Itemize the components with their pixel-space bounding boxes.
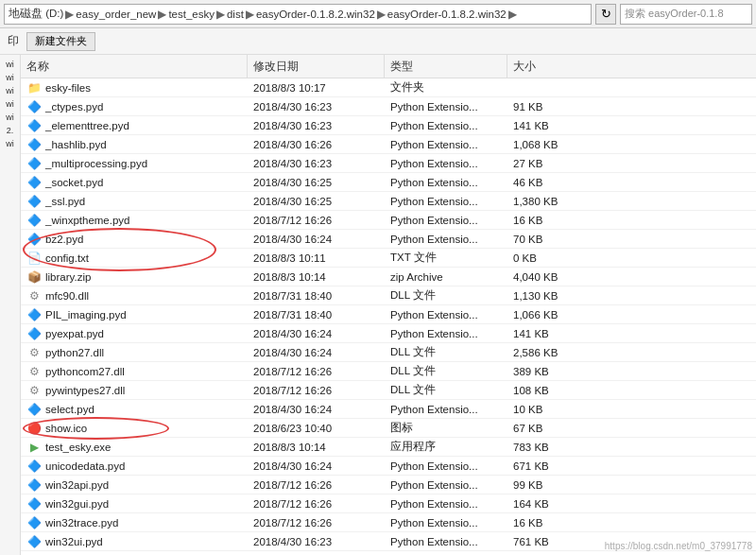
pyd-icon: 🔷 bbox=[26, 496, 42, 512]
file-type-cell: Python Extensio... bbox=[385, 192, 507, 211]
table-row[interactable]: 🔷_socket.pyd2018/4/30 16:25Python Extens… bbox=[21, 173, 756, 192]
table-row[interactable]: 🔷_multiprocessing.pyd2018/4/30 16:23Pyth… bbox=[21, 154, 756, 173]
file-date-cell: 2018/7/12 16:26 bbox=[248, 381, 385, 400]
file-type-cell: Python Extensio... bbox=[385, 513, 507, 532]
file-date-cell: 2018/4/30 16:24 bbox=[248, 343, 385, 362]
sidebar-item-3[interactable]: wi bbox=[0, 85, 20, 96]
table-row[interactable]: 🔷win32api.pyd2018/7/12 16:26Python Exten… bbox=[21, 476, 756, 494]
table-row[interactable]: 📁esky-files2018/8/3 10:17文件夹 bbox=[21, 78, 756, 97]
file-name-cell: 🔷PIL_imaging.pyd bbox=[21, 305, 248, 324]
table-row[interactable]: 🔷_hashlib.pyd2018/4/30 16:26Python Exten… bbox=[21, 135, 756, 154]
watermark: https://blog.csdn.net/m0_37991778 bbox=[605, 541, 752, 551]
file-name-cell: ⚙pywintypes27.dll bbox=[21, 381, 248, 400]
table-row[interactable]: 🔷win32gui.pyd2018/7/12 16:26Python Exten… bbox=[21, 494, 756, 513]
refresh-button[interactable]: ↻ bbox=[595, 4, 616, 25]
file-date-cell: 2018/7/31 18:40 bbox=[248, 286, 385, 305]
file-size-cell: 1,068 KB bbox=[507, 135, 593, 154]
sidebar-item-4[interactable]: wi bbox=[0, 98, 20, 110]
file-size-cell: 16 KB bbox=[507, 513, 593, 532]
sidebar-item-1[interactable]: wi bbox=[0, 59, 20, 70]
file-date-cell: 2018/4/30 16:23 bbox=[248, 154, 385, 173]
file-date-cell: 2018/7/31 18:40 bbox=[248, 305, 385, 324]
table-row[interactable]: 🔷_ssl.pyd2018/4/30 16:25Python Extensio.… bbox=[21, 192, 756, 211]
file-name-cell: 🔷_elementtree.pyd bbox=[21, 116, 248, 135]
file-name-cell: 🔷_socket.pyd bbox=[21, 173, 248, 192]
file-type-cell: Python Extensio... bbox=[385, 532, 507, 551]
col-header-name[interactable]: 名称 bbox=[21, 55, 248, 78]
file-type-cell: 文件夹 bbox=[385, 78, 507, 97]
ico-icon: 🔴 bbox=[26, 421, 42, 436]
file-date-cell: 2018/8/3 10:11 bbox=[248, 249, 385, 268]
table-row[interactable]: 🔷_winxptheme.pyd2018/7/12 16:26Python Ex… bbox=[21, 211, 756, 230]
main-layout: wi wi wi wi wi 2. wi 名称 修改日期 类型 大小 📁esky… bbox=[0, 55, 756, 555]
new-folder-button[interactable]: 新建文件夹 bbox=[26, 32, 95, 51]
col-header-date[interactable]: 修改日期 bbox=[248, 55, 385, 78]
print-button[interactable]: 印 bbox=[8, 34, 19, 48]
file-type-cell: Python Extensio... bbox=[385, 135, 507, 154]
pyd-icon: 🔷 bbox=[26, 99, 42, 114]
file-name-cell: 🔷_hashlib.pyd bbox=[21, 135, 248, 154]
table-row[interactable]: 🔷select.pyd2018/4/30 16:24Python Extensi… bbox=[21, 400, 756, 419]
file-list-container[interactable]: 名称 修改日期 类型 大小 📁esky-files2018/8/3 10:17文… bbox=[21, 55, 756, 555]
file-name-cell: 🔴show.ico bbox=[21, 419, 248, 438]
file-name-cell: ⚙mfc90.dll bbox=[21, 286, 248, 305]
table-row[interactable]: ⚙pywintypes27.dll2018/7/12 16:26DLL 文件10… bbox=[21, 381, 756, 400]
table-row[interactable]: 📄config.txt2018/8/3 10:11TXT 文件0 KB bbox=[21, 249, 756, 268]
file-name-cell: ▶test_esky.exe bbox=[21, 438, 248, 457]
pyd-icon: 🔷 bbox=[26, 175, 42, 190]
table-row[interactable]: 🔷_ctypes.pyd2018/4/30 16:23Python Extens… bbox=[21, 97, 756, 116]
file-size-cell: 2,586 KB bbox=[507, 343, 593, 362]
file-size-cell: 141 KB bbox=[507, 324, 593, 343]
table-row[interactable]: 🔷bz2.pyd2018/4/30 16:24Python Extensio..… bbox=[21, 230, 756, 249]
dll-icon: ⚙ bbox=[26, 383, 42, 398]
table-row[interactable]: 🔴show.ico2018/6/23 10:40图标67 KB bbox=[21, 419, 756, 438]
exe-icon: ▶ bbox=[26, 440, 42, 455]
table-row[interactable]: 📦library.zip2018/8/3 10:14zip Archive4,0… bbox=[21, 268, 756, 286]
file-type-cell: Python Extensio... bbox=[385, 230, 507, 249]
file-size-cell: 761 KB bbox=[507, 532, 593, 551]
table-row[interactable]: 🔷PIL_imaging.pyd2018/7/31 18:40Python Ex… bbox=[21, 305, 756, 324]
sidebar-item-5[interactable]: wi bbox=[0, 112, 20, 123]
file-size-cell: 16 KB bbox=[507, 211, 593, 230]
folder-icon: 📁 bbox=[26, 80, 42, 95]
table-row[interactable]: 🔷_elementtree.pyd2018/4/30 16:23Python E… bbox=[21, 116, 756, 135]
col-header-type[interactable]: 类型 bbox=[385, 55, 507, 78]
path-segment-5: easyOrder-0.1.8.2.win32 bbox=[256, 9, 375, 20]
zip-icon: 📦 bbox=[26, 269, 42, 285]
file-date-cell: 2018/4/30 16:24 bbox=[248, 457, 385, 476]
file-size-cell: 1,130 KB bbox=[507, 286, 593, 305]
table-row[interactable]: 🔷win32trace.pyd2018/7/12 16:26Python Ext… bbox=[21, 513, 756, 532]
file-name-cell: 🔷bz2.pyd bbox=[21, 230, 248, 249]
sidebar-item-7[interactable]: wi bbox=[0, 138, 20, 149]
table-row[interactable]: 🔷pyexpat.pyd2018/4/30 16:24Python Extens… bbox=[21, 324, 756, 343]
table-row[interactable]: ▶test_esky.exe2018/8/3 10:14应用程序783 KB bbox=[21, 438, 756, 457]
file-type-cell: DLL 文件 bbox=[385, 362, 507, 381]
file-date-cell: 2018/8/3 10:14 bbox=[248, 438, 385, 457]
table-row[interactable]: ⚙mfc90.dll2018/7/31 18:40DLL 文件1,130 KB bbox=[21, 286, 756, 305]
sidebar-item-6[interactable]: 2. bbox=[0, 125, 20, 136]
file-type-cell: 应用程序 bbox=[385, 438, 507, 457]
address-path[interactable]: 地磁盘 (D:) ▶ easy_order_new ▶ test_esky ▶ … bbox=[4, 4, 592, 25]
table-row[interactable]: 🔷unicodedata.pyd2018/4/30 16:24Python Ex… bbox=[21, 457, 756, 476]
file-size-cell: 671 KB bbox=[507, 457, 593, 476]
file-date-cell: 2018/4/30 16:23 bbox=[248, 532, 385, 551]
dll-icon: ⚙ bbox=[26, 345, 42, 360]
file-date-cell: 2018/4/30 16:25 bbox=[248, 192, 385, 211]
search-box[interactable]: 搜索 easyOrder-0.1.8 bbox=[620, 4, 752, 25]
file-date-cell: 2018/7/12 16:26 bbox=[248, 362, 385, 381]
file-name-cell: 🔷_multiprocessing.pyd bbox=[21, 154, 248, 173]
file-date-cell: 2018/4/30 16:23 bbox=[248, 97, 385, 116]
file-type-cell: Python Extensio... bbox=[385, 154, 507, 173]
col-header-size[interactable]: 大小 bbox=[507, 55, 593, 78]
file-size-cell: 99 KB bbox=[507, 476, 593, 494]
file-date-cell: 2018/8/3 10:14 bbox=[248, 268, 385, 286]
path-segment-2: easy_order_new bbox=[76, 9, 156, 20]
sidebar-item-2[interactable]: wi bbox=[0, 72, 20, 83]
file-date-cell: 2018/6/23 10:40 bbox=[248, 419, 385, 438]
path-segment-4: dist bbox=[227, 9, 244, 20]
dll-icon: ⚙ bbox=[26, 288, 42, 304]
file-name-cell: 🔷win32gui.pyd bbox=[21, 494, 248, 513]
table-row[interactable]: ⚙python27.dll2018/4/30 16:24DLL 文件2,586 … bbox=[21, 343, 756, 362]
file-date-cell: 2018/7/12 16:26 bbox=[248, 494, 385, 513]
table-row[interactable]: ⚙pythoncom27.dll2018/7/12 16:26DLL 文件389… bbox=[21, 362, 756, 381]
